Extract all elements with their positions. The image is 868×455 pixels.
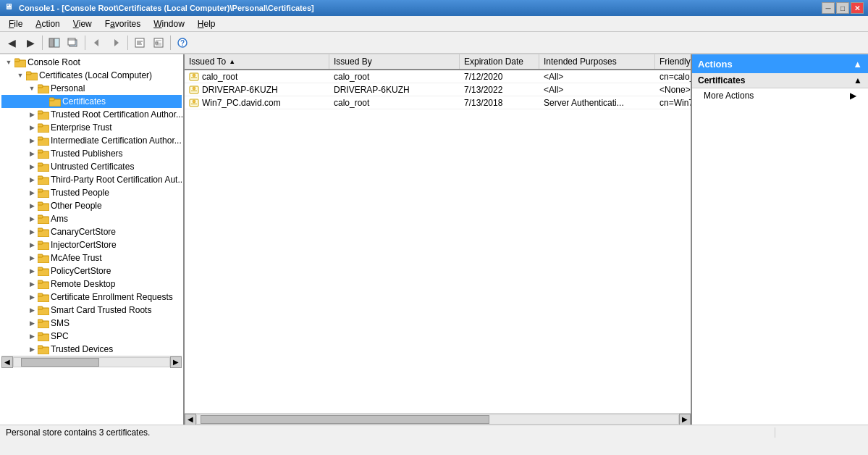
cert-icon-2 — [189, 98, 199, 108]
expander-cert-enrollment[interactable]: ▶ — [26, 291, 38, 304]
expander-third-party[interactable]: ▶ — [26, 173, 38, 186]
expander-policy[interactable]: ▶ — [26, 264, 38, 277]
expander-sms[interactable]: ▶ — [26, 317, 38, 330]
menu-favorites[interactable]: Favorites — [99, 17, 146, 31]
tree-item-smart-card[interactable]: ▶ Smart Card Trusted Roots — [1, 304, 182, 317]
expander-enterprise-trust[interactable]: ▶ — [26, 121, 38, 134]
svg-rect-25 — [49, 98, 54, 101]
close-button[interactable]: ✕ — [851, 2, 864, 14]
menu-view[interactable]: View — [67, 17, 98, 31]
col-header-issued-by[interactable]: Issued By — [329, 54, 460, 69]
expander-other-people[interactable]: ▶ — [26, 199, 38, 212]
svg-rect-1 — [54, 38, 59, 47]
tree-item-policy[interactable]: ▶ PolicyCertStore — [1, 264, 182, 277]
tree-item-trusted-devices[interactable]: ▶ Trusted Devices — [1, 343, 182, 356]
properties-button[interactable] — [150, 34, 167, 51]
actions-section-label: Certificates — [698, 75, 745, 85]
forward2-button[interactable] — [107, 34, 125, 51]
col-header-friendly[interactable]: Friendly Na... — [655, 54, 691, 69]
folder-icon-trusted-devices — [38, 344, 49, 354]
expander-spc[interactable]: ▶ — [26, 330, 38, 343]
certificate-table[interactable]: calo_root calo_root 7/12/2020 <All> cn=c… — [185, 70, 691, 413]
menu-help[interactable]: Help — [192, 17, 222, 31]
tree-scroll-right[interactable]: ▶ — [170, 356, 182, 368]
expander-trusted-root[interactable]: ▶ — [26, 108, 38, 121]
tree-item-third-party[interactable]: ▶ Third-Party Root Certification Aut... — [1, 173, 182, 186]
tree-scroll-left[interactable]: ◀ — [1, 356, 13, 368]
svg-rect-3 — [68, 38, 75, 45]
menu-file[interactable]: File — [3, 17, 28, 31]
tree-item-canary[interactable]: ▶ CanaryCertStore — [1, 225, 182, 238]
tree-item-remote-desktop[interactable]: ▶ Remote Desktop — [1, 277, 182, 291]
tree-item-personal[interactable]: ▼ Personal — [1, 82, 182, 95]
tree-item-spc[interactable]: ▶ SPC — [1, 330, 182, 343]
expander-trusted-devices[interactable]: ▶ — [26, 343, 38, 356]
tree-pane[interactable]: ▼ Console Root ▼ Certificates (Local Com… — [0, 54, 185, 425]
actions-collapse-icon[interactable]: ▲ — [853, 59, 862, 70]
expander-untrusted[interactable]: ▶ — [26, 160, 38, 173]
tree-item-cert-enrollment[interactable]: ▶ Certificate Enrollment Requests — [1, 291, 182, 304]
content-scroll-track[interactable] — [196, 414, 679, 425]
new-window-button[interactable] — [64, 34, 82, 51]
back-button[interactable]: ◀ — [3, 34, 20, 51]
actions-section-certificates[interactable]: Certificates ▲ — [692, 73, 868, 88]
expander-personal[interactable]: ▼ — [26, 82, 38, 95]
tree-item-injector[interactable]: ▶ InjectorCertStore — [1, 238, 182, 251]
maximize-button[interactable]: □ — [836, 2, 849, 14]
expander-intermediate[interactable]: ▶ — [26, 134, 38, 147]
svg-rect-45 — [38, 228, 43, 231]
expander-injector[interactable]: ▶ — [26, 238, 38, 251]
svg-rect-33 — [38, 150, 43, 153]
menu-window[interactable]: Window — [148, 17, 190, 31]
tree-item-intermediate[interactable]: ▶ Intermediate Certification Author... — [1, 134, 182, 147]
minimize-button[interactable]: ─ — [822, 2, 835, 14]
tree-label-mcafee: McAfee Trust — [51, 253, 102, 263]
actions-panel: Actions ▲ Certificates ▲ More Actions ▶ — [691, 54, 868, 425]
folder-icon-intermediate — [38, 135, 49, 146]
table-row[interactable]: Win7_PC.david.com calo_root 7/13/2018 Se… — [185, 96, 691, 109]
expander-certs-local[interactable]: ▼ — [14, 69, 26, 82]
col-header-issued-to[interactable]: Issued To ▲ — [185, 54, 329, 69]
svg-rect-49 — [38, 254, 43, 257]
help-button[interactable]: ? — [174, 34, 191, 51]
menu-action[interactable]: Action — [30, 17, 65, 31]
expander-mcafee[interactable]: ▶ — [26, 251, 38, 264]
col-header-purposes[interactable]: Intended Purposes — [539, 54, 655, 69]
tree-item-trusted-people[interactable]: ▶ Trusted People — [1, 186, 182, 199]
expander-remote-desktop[interactable]: ▶ — [26, 277, 38, 291]
expander-smart-card[interactable]: ▶ — [26, 304, 38, 317]
tree-item-trusted-root[interactable]: ▶ Trusted Root Certification Author... — [1, 108, 182, 121]
table-row[interactable]: calo_root calo_root 7/12/2020 <All> cn=c… — [185, 70, 691, 83]
forward-button[interactable]: ▶ — [22, 34, 39, 51]
svg-point-71 — [193, 100, 195, 103]
export-button[interactable] — [131, 34, 148, 51]
expander-certificates[interactable] — [38, 95, 49, 108]
tree-item-certs-local[interactable]: ▼ Certificates (Local Computer) — [1, 69, 182, 82]
table-row[interactable]: DRIVERAP-6KUZH DRIVERAP-6KUZH 7/13/2022 … — [185, 83, 691, 96]
expander-console-root[interactable]: ▼ — [3, 56, 14, 69]
col-header-expiration[interactable]: Expiration Date — [460, 54, 539, 69]
tree-item-untrusted[interactable]: ▶ Untrusted Certificates — [1, 160, 182, 173]
expander-trusted-publishers[interactable]: ▶ — [26, 147, 38, 160]
tree-item-trusted-publishers[interactable]: ▶ Trusted Publishers — [1, 147, 182, 160]
tree-item-certificates[interactable]: Certificates — [1, 95, 182, 108]
expander-trusted-people[interactable]: ▶ — [26, 186, 38, 199]
content-scroll-left[interactable]: ◀ — [185, 414, 196, 425]
content-scroll-right[interactable]: ▶ — [679, 414, 691, 425]
cell-friendly-2: cn=Win7_P... — [655, 96, 691, 109]
more-actions-label: More Actions — [704, 91, 754, 101]
cell-friendly-1: <None> — [655, 83, 691, 96]
tree-item-sms[interactable]: ▶ SMS — [1, 317, 182, 330]
tree-scroll-track[interactable] — [13, 357, 170, 367]
expander-ams[interactable]: ▶ — [26, 212, 38, 225]
actions-more-actions[interactable]: More Actions ▶ — [692, 88, 868, 103]
back2-button[interactable] — [88, 34, 106, 51]
show-hide-tree-button[interactable] — [46, 34, 63, 51]
tree-item-mcafee[interactable]: ▶ McAfee Trust — [1, 251, 182, 264]
tree-item-console-root[interactable]: ▼ Console Root — [1, 56, 182, 69]
tree-item-other-people[interactable]: ▶ Other People — [1, 199, 182, 212]
actions-title: Actions — [698, 59, 733, 70]
tree-item-enterprise-trust[interactable]: ▶ Enterprise Trust — [1, 121, 182, 134]
expander-canary[interactable]: ▶ — [26, 225, 38, 238]
tree-item-ams[interactable]: ▶ Ams — [1, 212, 182, 225]
